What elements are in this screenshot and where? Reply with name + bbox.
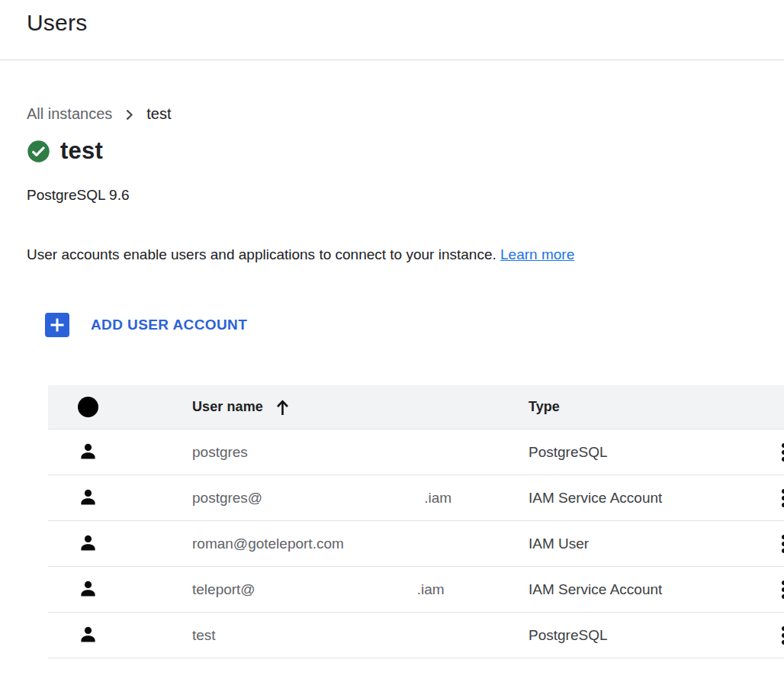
instance-title-row: test xyxy=(27,137,784,165)
instance-name: test xyxy=(60,137,103,165)
header-username-cell: User name xyxy=(192,399,529,416)
table-row: postgres PostgreSQL xyxy=(48,429,784,475)
username-suffix-text: .iam xyxy=(417,581,445,598)
person-icon xyxy=(78,442,98,462)
username-text: postgres xyxy=(192,444,248,461)
row-username-cell: postgres xyxy=(192,444,529,461)
username-text: roman@goteleport.com xyxy=(192,536,344,552)
type-column-label[interactable]: Type xyxy=(529,399,560,415)
row-icon-cell xyxy=(48,442,192,462)
person-icon xyxy=(78,533,98,554)
row-actions-menu-button[interactable] xyxy=(777,622,784,649)
row-actions-menu-button[interactable] xyxy=(777,530,784,558)
learn-more-link[interactable]: Learn more xyxy=(500,246,574,262)
header-icon-cell xyxy=(48,397,192,417)
person-icon xyxy=(78,487,98,508)
row-username-cell: teleport@ .iam xyxy=(192,581,529,598)
page-header: Users xyxy=(0,0,784,60)
sort-ascending-icon xyxy=(275,399,290,416)
circle-icon xyxy=(78,397,98,417)
sort-by-username-header[interactable]: User name xyxy=(192,399,290,416)
username-text: postgres@ xyxy=(192,490,262,507)
page-title: Users xyxy=(27,10,784,36)
row-username-cell: roman@goteleport.com xyxy=(192,536,529,552)
row-type-cell: PostgreSQL xyxy=(529,627,757,644)
username-text: test xyxy=(192,627,216,644)
add-user-account-label: ADD USER ACCOUNT xyxy=(91,317,247,333)
status-check-icon xyxy=(27,140,50,163)
user-type-text: PostgreSQL xyxy=(529,444,608,461)
username-suffix-text: .iam xyxy=(424,490,451,507)
user-type-text: IAM User xyxy=(529,536,589,552)
row-actions-menu-button[interactable] xyxy=(777,439,784,466)
table-row: postgres@ .iam IAM Service Account xyxy=(48,475,784,521)
chevron-right-icon xyxy=(123,108,136,121)
row-type-cell: IAM Service Account xyxy=(529,490,757,507)
username-column-label: User name xyxy=(192,399,263,415)
row-icon-cell xyxy=(48,625,192,645)
person-icon xyxy=(78,625,98,645)
row-icon-cell xyxy=(48,579,192,600)
description-text: User accounts enable users and applicati… xyxy=(27,246,500,262)
add-user-account-button[interactable]: ADD USER ACCOUNT xyxy=(45,313,247,337)
breadcrumb-current: test xyxy=(146,105,171,123)
user-type-text: IAM Service Account xyxy=(529,490,662,507)
users-table: User name Type postgres xyxy=(48,385,784,658)
breadcrumb: All instances test xyxy=(27,105,784,123)
row-menu-cell xyxy=(757,484,784,512)
row-menu-cell xyxy=(757,439,784,466)
row-type-cell: PostgreSQL xyxy=(529,444,757,461)
breadcrumb-all-instances[interactable]: All instances xyxy=(27,105,112,123)
table-header-row: User name Type xyxy=(48,385,784,429)
row-actions-menu-button[interactable] xyxy=(777,484,784,512)
table-row: roman@goteleport.com IAM User xyxy=(48,521,784,567)
row-type-cell: IAM Service Account xyxy=(529,581,757,598)
row-actions-menu-button[interactable] xyxy=(777,576,784,603)
person-icon xyxy=(78,579,98,600)
table-body: postgres PostgreSQL postgres@ xyxy=(48,429,784,658)
row-username-cell: test xyxy=(192,627,529,644)
main-content: All instances test test PostgreSQL 9.6 U… xyxy=(0,105,784,658)
table-row: teleport@ .iam IAM Service Account xyxy=(48,567,784,613)
row-username-cell: postgres@ .iam xyxy=(192,490,529,507)
table-row: test PostgreSQL xyxy=(48,613,784,658)
row-menu-cell xyxy=(757,622,784,649)
username-text: teleport@ xyxy=(192,581,255,598)
description: User accounts enable users and applicati… xyxy=(27,246,784,263)
row-menu-cell xyxy=(757,576,784,603)
row-menu-cell xyxy=(757,530,784,558)
user-type-text: IAM Service Account xyxy=(529,581,662,598)
user-type-text: PostgreSQL xyxy=(529,627,608,644)
instance-version: PostgreSQL 9.6 xyxy=(27,187,784,204)
row-type-cell: IAM User xyxy=(529,536,757,552)
plus-icon xyxy=(45,313,69,337)
row-icon-cell xyxy=(48,533,192,554)
row-icon-cell xyxy=(48,487,192,508)
header-type-cell: Type xyxy=(529,399,757,415)
